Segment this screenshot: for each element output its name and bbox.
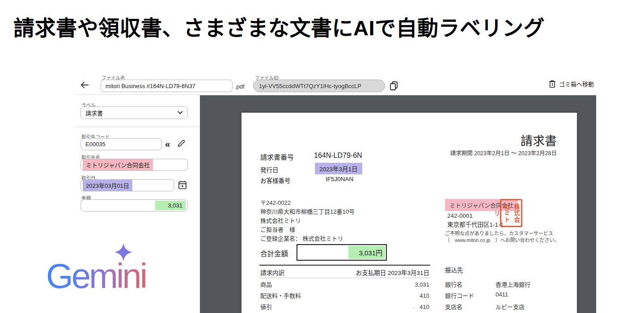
bank-row-label: 支店名	[445, 302, 496, 311]
copy-file-id-button[interactable]	[389, 81, 398, 91]
total-amount-box: 3,031円	[297, 244, 387, 261]
invoice-title: 請求書	[521, 131, 557, 149]
breakdown-row-label: 配送料・手数料	[260, 291, 301, 300]
calendar-icon	[178, 180, 187, 190]
breakdown-row: 商品 3,031	[260, 280, 429, 288]
arrow-left-icon	[80, 80, 89, 89]
breakdown-top-rule	[259, 265, 430, 266]
issue-date-value: 2023年3月1日	[315, 163, 362, 174]
file-name-input[interactable]: mitori Business #164N-LD79-6N37	[101, 80, 233, 92]
recipient-company: 株式会社ミトリ	[260, 216, 355, 225]
breakdown-header-row: 請求内訳 お支払期日 2023年3月31日	[260, 268, 429, 277]
amount-input[interactable]: 3,031	[80, 199, 188, 211]
label-select-value: 請求書	[85, 109, 103, 117]
file-id-field: 1yl-VV55ccddWTt7QzY1lHc-tyogBccLP	[253, 80, 385, 92]
issue-date-label: 発行日	[260, 165, 279, 174]
move-to-trash-label: ゴミ箱へ移動	[559, 80, 594, 88]
file-name-value: mitori Business #164N-LD79-6N37	[103, 82, 198, 90]
partner-name-value: ミトリジャパン合同会社	[83, 159, 153, 170]
label-select[interactable]: 請求書	[80, 106, 188, 119]
form-section-divider	[76, 127, 200, 127]
recipient-address: 神奈川県大和市柳橋三丁目12番10号	[260, 207, 355, 216]
issuer-address: 東京都千代田区1-1-1	[447, 220, 504, 228]
recipient-postal: 〒242-0022	[260, 199, 355, 207]
gemini-logo: Gemini	[46, 258, 146, 293]
bank-section-header: 振込先	[445, 265, 463, 274]
file-extension-suffix: .pdf	[235, 83, 245, 90]
amount-value: 3,031	[155, 201, 186, 210]
file-id-value: 1yl-VV55ccddWTt7QzY1lHc-tyogBccLP	[259, 83, 361, 89]
bank-row-value: ルビー支店	[496, 302, 525, 311]
invoice-number-value: 164N-LD79-6N	[314, 152, 362, 160]
date-picker-button[interactable]	[178, 180, 187, 190]
issuer-note-2: （ www.mitori.co.jp ）へお問い合わせください。	[445, 236, 559, 243]
bank-row-label: 銀行コード	[445, 291, 496, 300]
bank-row: 銀行コード 0411	[445, 291, 508, 300]
company-seal-stamp: 株式会社ミトリ	[500, 199, 522, 227]
double-chevron-left-icon: «	[165, 139, 170, 149]
breakdown-row-prefix: -	[414, 305, 415, 310]
pencil-icon	[177, 139, 186, 148]
copy-icon	[389, 81, 398, 91]
partner-name-input[interactable]: ミトリジャパン合同会社	[80, 159, 188, 171]
breakdown-row-value: 3,031	[415, 281, 429, 288]
transaction-date-input[interactable]: 2023年03月01日	[80, 179, 174, 191]
recipient-attention: ご担当者 様	[260, 225, 355, 234]
pdf-page: 請求書 請求期間 2023年2月1日 ～ 2023年2月28日 請求書番号 16…	[242, 113, 577, 313]
transaction-date-value: 2023年03月01日	[83, 180, 132, 191]
bank-row: 銀行名 香港上海銀行	[445, 280, 530, 288]
partner-code-value: E00035	[83, 140, 108, 148]
recipient-registered: ご登録企業名： 株式会社ミトリ	[260, 234, 355, 243]
issuer-postal: 242-0001	[447, 212, 473, 219]
move-to-trash-button[interactable]: ゴミ箱へ移動	[549, 80, 594, 88]
bank-row-label: 銀行名	[445, 280, 496, 288]
customer-number-value: IF5J0NAN	[326, 176, 353, 182]
bank-row-value: 香港上海銀行	[496, 280, 530, 288]
bank-row-value: 0411	[496, 291, 508, 300]
back-button[interactable]	[80, 80, 89, 89]
breakdown-header-rule	[259, 278, 430, 278]
edit-partner-code-button[interactable]	[177, 139, 186, 148]
breakdown-row: 配送料・手数料 410	[260, 291, 429, 300]
issuer-note-1: ご不明な点がありましたら、カスタマーサービス	[445, 229, 553, 237]
invoice-number-label: 請求書番号	[260, 152, 294, 161]
customer-number-label: お客様番号	[260, 176, 291, 185]
breakdown-row: 値引 -410	[260, 302, 429, 311]
invoice-period: 請求期間 2023年2月1日 ～ 2023年2月28日	[450, 148, 557, 157]
toolbar-divider	[76, 94, 200, 95]
breakdown-row-label: 商品	[260, 280, 272, 288]
page-title: 請求書や領収書、さまざまな文書にAIで自動ラベリング	[13, 11, 545, 42]
trash-icon	[549, 80, 556, 88]
bank-row: 支店名 ルビー支店	[445, 302, 525, 311]
breakdown-row-value: 410	[419, 304, 429, 310]
payment-due-date: お支払期日 2023年3月31日	[356, 268, 429, 277]
recipient-address-block: 〒242-0022 神奈川県大和市柳橋三丁目12番10号 株式会社ミトリ ご担当…	[260, 199, 355, 243]
breakdown-header: 請求内訳	[260, 268, 284, 277]
total-amount-label: 合計金額	[260, 248, 288, 258]
total-amount-value: 3,031円	[348, 246, 385, 259]
breakdown-row-label: 値引	[260, 302, 272, 311]
breakdown-row-value: 410	[419, 292, 429, 299]
chevron-down-icon	[178, 111, 183, 114]
double-chevron-left-button[interactable]: «	[165, 139, 170, 148]
partner-code-input[interactable]: E00035	[80, 138, 162, 150]
screenshot-root: 請求書や領収書、さまざまな文書にAIで自動ラベリング ファイル名 mitori …	[0, 0, 644, 313]
